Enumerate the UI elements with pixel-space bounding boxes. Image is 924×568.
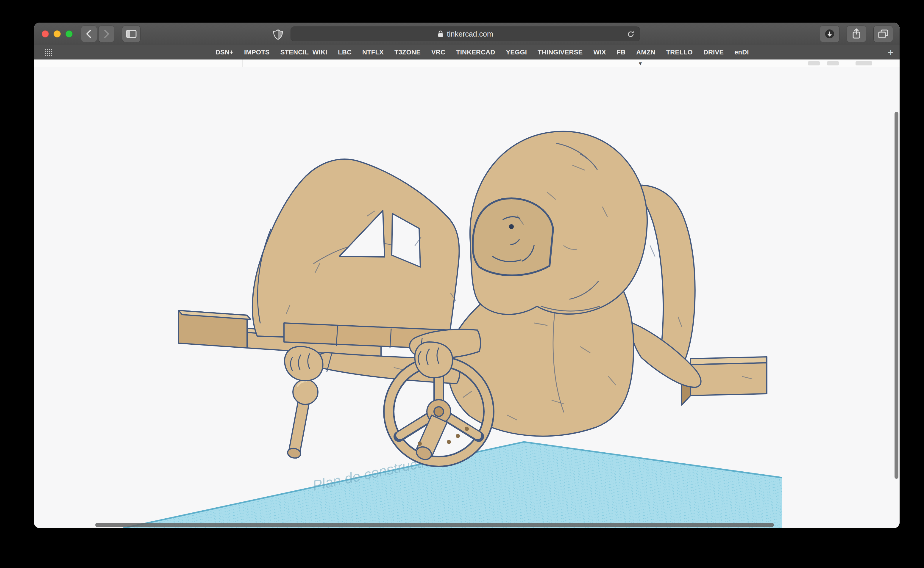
toolbar-fragment [856, 61, 872, 65]
bookmark-items: DSN+ IMPOTS STENCIL_WIKI LBC NTFLX T3ZON… [215, 48, 749, 56]
browser-toolbar: tinkercad.com [34, 23, 900, 45]
bookmark-dsn-plus[interactable]: DSN+ [215, 48, 233, 56]
vertical-scrollbar[interactable] [895, 112, 898, 479]
chevron-left-icon [83, 28, 95, 40]
tabs-overview-icon [877, 28, 889, 40]
bookmark-endi[interactable]: enDI [735, 48, 749, 56]
bookmark-lbc[interactable]: LBC [338, 48, 351, 56]
window-controls [42, 30, 73, 38]
new-bookmark-folder-button[interactable]: + [888, 46, 894, 58]
show-tabs-button[interactable] [873, 26, 893, 42]
back-button[interactable] [81, 26, 97, 42]
bookmark-thingiverse[interactable]: THINGIVERSE [538, 48, 583, 56]
seat [253, 159, 459, 338]
face [473, 198, 553, 275]
horizontal-scrollbar[interactable] [95, 523, 774, 527]
bookmark-trello[interactable]: TRELLO [666, 48, 693, 56]
3d-viewport[interactable]: Plan de construction [34, 67, 900, 528]
sidebar-icon [125, 28, 138, 40]
bookmark-yeggi[interactable]: YEGGI [506, 48, 527, 56]
bookmark-fb[interactable]: FB [617, 48, 626, 56]
lock-icon [437, 30, 444, 38]
header-divider [174, 59, 174, 67]
left-glove [285, 346, 323, 381]
toolbar-fragment [808, 61, 820, 65]
privacy-shield-button[interactable] [271, 28, 285, 41]
bookmark-impots[interactable]: IMPOTS [244, 48, 270, 56]
bookmark-amzn[interactable]: AMZN [636, 48, 655, 56]
sidebar-toggle-button[interactable] [122, 26, 141, 42]
zoom-window-button[interactable] [65, 30, 73, 38]
download-icon [824, 28, 836, 40]
page-header-strip: ▾ [34, 59, 900, 67]
bookmarks-bar: DSN+ IMPOTS STENCIL_WIKI LBC NTFLX T3ZON… [34, 45, 900, 59]
minimize-window-button[interactable] [54, 30, 61, 38]
reload-icon [627, 30, 635, 38]
tinkercad-canvas[interactable]: Plan de construction [34, 67, 900, 528]
driver-model[interactable] [179, 131, 767, 462]
chevron-right-icon [100, 28, 112, 40]
toolbar-fragment [827, 61, 839, 65]
grid-icon [44, 48, 52, 56]
workplane[interactable]: Plan de construction [94, 424, 808, 528]
bookmark-vrc[interactable]: VRC [431, 48, 445, 56]
safari-window: tinkercad.com [34, 23, 900, 528]
url-text: tinkercad.com [447, 30, 493, 38]
share-button[interactable] [847, 26, 866, 42]
downloads-button[interactable] [820, 26, 839, 42]
reload-button[interactable] [626, 29, 636, 39]
forward-button[interactable] [98, 26, 114, 42]
right-glove [415, 342, 453, 378]
bookmark-drive[interactable]: DRIVE [703, 48, 724, 56]
helmet [470, 131, 647, 315]
favorites-grid-button[interactable] [44, 48, 52, 58]
share-icon [850, 27, 862, 41]
address-bar[interactable]: tinkercad.com [291, 26, 640, 41]
close-window-button[interactable] [42, 30, 49, 38]
bookmark-ntflx[interactable]: NTFLX [362, 48, 384, 56]
desktop: tinkercad.com [0, 0, 924, 568]
bookmark-wix[interactable]: WIX [593, 48, 606, 56]
bookmark-tinkercad[interactable]: TINKERCAD [456, 48, 495, 56]
shield-icon [273, 29, 283, 40]
bookmark-t3zone[interactable]: T3ZONE [394, 48, 421, 56]
gear-shift [287, 379, 318, 459]
header-divider [106, 59, 106, 67]
chevron-down-icon[interactable]: ▾ [639, 60, 642, 66]
bookmark-stencil-wiki[interactable]: STENCIL_WIKI [280, 48, 327, 56]
